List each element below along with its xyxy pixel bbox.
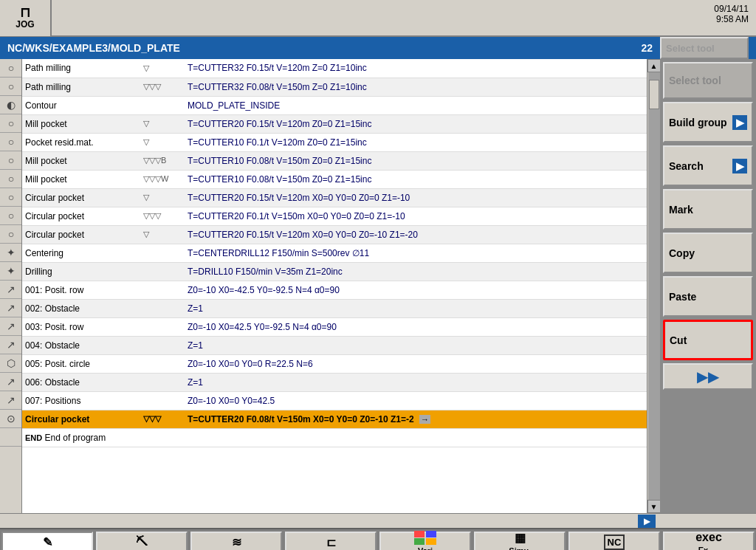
header-bar: NC/WKS/EXAMPLE3/MOLD_PLATE 22 Select too… xyxy=(0,37,756,59)
table-row[interactable]: 002: ObstacleZ=1 xyxy=(22,299,647,317)
table-row[interactable]: 001: Posit. rowZ0=-10 X0=-42.5 Y0=-92.5 … xyxy=(22,281,647,299)
toolbar-btn-simulation[interactable]: ▦Simulation xyxy=(474,532,566,550)
op-icon-6: ○ xyxy=(0,170,22,188)
table-row[interactable]: 005: Posit. circleZ0=-10 X0=0 Y0=0 R=22.… xyxy=(22,354,647,373)
toolbar-btn-drilling[interactable]: ⛏Drilling xyxy=(96,532,188,550)
op-flags-cell: ▽▽▽W xyxy=(140,170,185,188)
toolbar-btn-milling[interactable]: ≋Milling xyxy=(190,532,282,550)
paste-button[interactable]: Paste xyxy=(663,276,753,317)
search-button[interactable]: Search ▶ xyxy=(663,145,753,186)
op-name-cell: 005: Posit. circle xyxy=(22,354,140,373)
line-number: 22 xyxy=(641,42,653,54)
op-params-cell: Z=1 xyxy=(185,336,647,354)
date-display: 09/14/11 xyxy=(714,4,749,14)
op-flags-cell: ▽ xyxy=(140,114,185,133)
select-tool-button[interactable]: Select tool xyxy=(663,62,753,99)
jog-button[interactable]: ⊓ JOG xyxy=(0,0,52,36)
cut-button[interactable]: Cut xyxy=(663,320,753,360)
top-bar: ⊓ JOG 09/14/11 9:58 AM xyxy=(0,0,756,37)
build-group-button[interactable]: Build group ▶ xyxy=(663,102,753,142)
toolbar-btn-various[interactable]: Various xyxy=(379,532,471,550)
op-icon-12: ↗ xyxy=(0,281,22,299)
op-params-cell: T=CUTTER10 F0.08/t V=150m Z0=0 Z1=15inc xyxy=(185,170,647,188)
table-row[interactable]: Circular pocket▽T=CUTTER20 F0.15/t V=120… xyxy=(22,188,647,207)
scrollbar[interactable]: ▲ ▼ xyxy=(647,59,660,513)
table-row[interactable]: Circular pocket▽▽▽T=CUTTER20 F0.08/t V=1… xyxy=(22,410,647,428)
table-row[interactable]: Mill pocket▽T=CUTTER20 F0.15/t V=120m Z0… xyxy=(22,114,647,133)
main-layout: ○○◐○○○○○○○✦✦↗↗↗↗⬡↗↗⊙ Path milling▽T=CUTT… xyxy=(0,59,756,513)
op-params-cell: Z0=-10 X0=-42.5 Y0=-92.5 N=4 α0=90 xyxy=(185,281,647,299)
table-row[interactable]: Mill pocket▽▽▽BT=CUTTER10 F0.08/t V=150m… xyxy=(22,151,647,170)
table-row[interactable]: 003: Posit. rowZ0=-10 X0=42.5 Y0=-92.5 N… xyxy=(22,317,647,336)
table-row[interactable]: 004: ObstacleZ=1 xyxy=(22,336,647,354)
op-flags-cell xyxy=(140,336,185,354)
op-icon-3: ○ xyxy=(0,114,22,133)
op-params-cell: T=DRILL10 F150/min V=35m Z1=20inc xyxy=(185,262,647,281)
toolbar-btn-label: Simulation xyxy=(509,546,530,551)
op-params-cell: T=CUTTER32 F0.15/t V=120m Z=0 Z1=10inc xyxy=(185,59,647,78)
bottom-toolbar: ✎Edit⛏Drilling≋Milling⊏Cont. mill.Variou… xyxy=(0,528,756,550)
color-grid-icon xyxy=(414,531,436,545)
op-params-cell: T=CUTTER20 F0.08/t V=150m X0=0 Y0=0 Z0=-… xyxy=(185,410,647,428)
op-icon-4: ○ xyxy=(0,133,22,151)
edit-icon: ✎ xyxy=(43,535,52,549)
op-params-cell: T=CUTTER10 F0.1/t V=120m Z0=0 Z1=15inc xyxy=(185,133,647,151)
table-row[interactable]: Mill pocket▽▽▽WT=CUTTER10 F0.08/t V=150m… xyxy=(22,170,647,188)
op-name-cell: 004: Obstacle xyxy=(22,336,140,354)
op-name-cell: 001: Posit. row xyxy=(22,281,140,299)
table-row[interactable]: Circular pocket▽T=CUTTER20 F0.15/t V=120… xyxy=(22,225,647,244)
op-icon-2: ◐ xyxy=(0,96,22,114)
table-row[interactable]: Circular pocket▽▽▽T=CUTTER20 F0.1/t V=15… xyxy=(22,207,647,225)
toolbar-btn-contmill[interactable]: ⊏Cont. mill. xyxy=(285,532,377,550)
table-row[interactable]: END End of program xyxy=(22,428,647,447)
scroll-track[interactable] xyxy=(648,72,660,500)
table-row[interactable]: ContourMOLD_PLATE_INSIDE xyxy=(22,96,647,114)
op-flags-cell: ▽ xyxy=(140,133,185,151)
top-right-time: 09/14/11 9:58 AM xyxy=(714,4,749,24)
content-area[interactable]: Path milling▽T=CUTTER32 F0.15/t V=120m Z… xyxy=(22,59,647,513)
bottom-forward-button[interactable]: ▶ xyxy=(638,515,656,528)
search-arrow: ▶ xyxy=(732,159,747,173)
op-icon-16: ⬡ xyxy=(0,354,22,373)
table-row[interactable]: 006: ObstacleZ=1 xyxy=(22,373,647,391)
op-params-cell: T=CUTTER10 F0.08/t V=150m Z0=0 Z1=15inc xyxy=(185,151,647,170)
table-row[interactable]: 007: PositionsZ0=-10 X0=0 Y0=42.5 xyxy=(22,391,647,410)
op-name-cell: Pocket resid.mat. xyxy=(22,133,140,151)
toolbar-btn-edit[interactable]: ✎Edit xyxy=(1,532,93,550)
table-row[interactable]: Path milling▽T=CUTTER32 F0.15/t V=120m Z… xyxy=(22,59,647,78)
build-group-arrow: ▶ xyxy=(732,115,747,130)
mark-button[interactable]: Mark xyxy=(663,189,753,230)
op-icon-20 xyxy=(0,428,22,447)
toolbar-btn-label: Execute xyxy=(698,546,720,550)
color-square xyxy=(426,531,436,537)
select-tool-header[interactable]: Select tool xyxy=(660,37,749,59)
copy-button[interactable]: Copy xyxy=(663,233,753,273)
op-params-cell: Z=1 xyxy=(185,299,647,317)
scroll-thumb[interactable] xyxy=(649,80,659,109)
op-flags-cell xyxy=(140,244,185,262)
toolbar-btn-execute[interactable]: execExecute xyxy=(663,532,755,550)
table-row[interactable]: Pocket resid.mat.▽T=CUTTER10 F0.1/t V=12… xyxy=(22,133,647,151)
op-icon-1: ○ xyxy=(0,78,22,96)
op-icon-7: ○ xyxy=(0,188,22,207)
scroll-up-button[interactable]: ▲ xyxy=(647,59,661,72)
forward-button[interactable]: ▶▶ xyxy=(663,363,753,390)
table-row[interactable]: CenteringT=CENTERDRILL12 F150/min S=500r… xyxy=(22,244,647,262)
search-label: Search xyxy=(669,160,704,172)
op-name-cell: Circular pocket xyxy=(22,207,140,225)
op-name-cell: Mill pocket xyxy=(22,114,140,133)
op-name-cell: Path milling xyxy=(22,59,140,78)
op-flags-cell: ▽▽▽ xyxy=(140,410,185,428)
table-row[interactable]: Path milling▽▽▽T=CUTTER32 F0.08/t V=150m… xyxy=(22,78,647,96)
right-sidebar: Select tool Build group ▶ Search ▶ Mark … xyxy=(660,59,756,513)
op-name-cell: Mill pocket xyxy=(22,170,140,188)
scroll-down-button[interactable]: ▼ xyxy=(647,500,661,513)
table-row[interactable]: DrillingT=DRILL10 F150/min V=35m Z1=20in… xyxy=(22,262,647,281)
paste-label: Paste xyxy=(669,291,696,303)
toolbar-btn-nc[interactable]: NCNC xyxy=(568,532,660,550)
op-params-cell: Z0=-10 X0=0 Y0=0 R=22.5 N=6 xyxy=(185,354,647,373)
op-flags-cell xyxy=(140,262,185,281)
color-square xyxy=(414,538,425,545)
op-params-cell: T=CUTTER20 F0.15/t V=120m X0=0 Y0=0 Z0=-… xyxy=(185,225,647,244)
op-icon-14: ↗ xyxy=(0,317,22,336)
